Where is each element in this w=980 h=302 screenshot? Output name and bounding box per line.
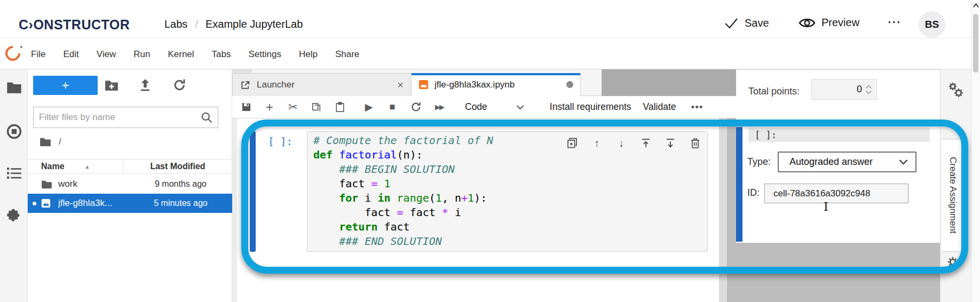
browser-scrollbar[interactable] <box>971 0 980 302</box>
cell-type-dropdown[interactable]: Code <box>465 101 524 113</box>
avatar[interactable]: BS <box>919 11 945 38</box>
insert-cell-icon[interactable]: + <box>263 101 276 114</box>
check-icon <box>724 17 739 29</box>
total-points-stepper[interactable]: 0 <box>811 79 877 100</box>
total-points-label: Total points: <box>748 86 800 97</box>
scrollbar-thumb[interactable] <box>973 14 978 73</box>
file-list-header: Name ▲ Last Modified <box>28 159 232 174</box>
filter-files-input[interactable] <box>39 112 201 123</box>
delete-cell-icon[interactable] <box>689 136 701 150</box>
menu-item-edit[interactable]: Edit <box>63 46 78 63</box>
id-label: ID: <box>747 187 760 198</box>
file-browser-panel: + / Name ▲ Last Modified work <box>28 69 232 302</box>
file-browser-icon[interactable] <box>6 81 22 97</box>
stepper-down-icon[interactable] <box>865 90 872 94</box>
tab-bar-empty-strip <box>602 69 738 96</box>
app-header: C›ONSTRUCTOR Labs / Example JupyterLab S… <box>0 0 971 38</box>
dock-tab-bar: Launcher × jfle-g8hla3kax.ipynb + <box>232 69 738 96</box>
upload-icon[interactable] <box>139 77 155 93</box>
insert-cell-below-icon[interactable] <box>664 136 677 150</box>
menu-item-help[interactable]: Help <box>299 46 318 63</box>
tab-launcher[interactable]: Launcher × <box>232 73 412 96</box>
install-requirements-button[interactable]: Install requirements <box>550 101 631 113</box>
notebook-icon <box>418 80 429 90</box>
kernel-spinner-dot <box>20 46 22 48</box>
file-list: work9 months agojfle-g8hla3k...5 minutes… <box>28 174 232 213</box>
save-button[interactable]: Save <box>724 17 769 29</box>
insert-cell-above-icon[interactable] <box>639 136 652 150</box>
tab-notebook-label: jfle-g8hla3kax.ipynb <box>434 80 515 90</box>
sort-ascending-icon[interactable]: ▲ <box>85 164 90 170</box>
preview-button[interactable]: Preview <box>799 17 859 29</box>
copy-cells-icon[interactable] <box>310 101 323 114</box>
selected-cell-indicator <box>736 127 742 242</box>
column-name[interactable]: Name <box>41 162 65 171</box>
active-cell-collapser[interactable] <box>250 131 256 252</box>
table-of-contents-icon[interactable] <box>6 166 22 182</box>
total-points-value: 0 <box>812 84 865 95</box>
menu-item-view[interactable]: View <box>97 46 116 63</box>
cell-id-input[interactable] <box>764 184 908 203</box>
cell-type-select[interactable]: Autograded answer <box>778 152 916 172</box>
cell-toolbar: ↑ ↓ <box>566 136 701 150</box>
close-icon[interactable]: × <box>397 79 404 91</box>
preview-label: Preview <box>821 17 859 29</box>
file-last-modified: 5 minutes ago <box>129 198 232 208</box>
duplicate-cell-icon[interactable] <box>566 136 579 150</box>
run-cell-icon[interactable]: ▶ <box>362 101 375 114</box>
cell-type-value: Code <box>465 101 487 113</box>
interrupt-kernel-icon[interactable]: ■ <box>386 101 399 114</box>
activity-bar <box>0 69 28 302</box>
refresh-icon[interactable] <box>173 77 189 93</box>
file-breadcrumb-path: / <box>59 137 61 147</box>
menu-item-share[interactable]: Share <box>335 46 359 63</box>
new-folder-icon[interactable] <box>105 77 121 93</box>
stepper-up-icon[interactable] <box>865 85 872 89</box>
restart-run-all-icon[interactable]: ▶▶ <box>433 101 446 114</box>
create-assignment-label: Create Assignment <box>947 157 958 234</box>
breadcrumb-section[interactable]: Labs <box>164 18 187 30</box>
panel-splitter-right[interactable] <box>719 118 727 302</box>
new-launcher-button[interactable]: + <box>33 76 98 95</box>
code-line: fact = 1 <box>313 177 493 191</box>
file-breadcrumb[interactable]: / <box>39 137 61 147</box>
tab-create-assignment[interactable]: Create Assignment <box>942 139 964 252</box>
move-cell-down-icon[interactable]: ↓ <box>615 136 628 150</box>
tab-notebook[interactable]: jfle-g8hla3kax.ipynb <box>412 73 581 96</box>
property-inspector-gear-icon[interactable] <box>946 255 960 269</box>
file-name: work <box>58 179 129 189</box>
running-kernels-icon[interactable] <box>6 124 22 139</box>
menu-item-settings[interactable]: Settings <box>249 46 281 63</box>
folder-icon <box>41 179 53 189</box>
paste-cells-icon[interactable] <box>334 101 346 114</box>
scroll-up-icon[interactable] <box>973 3 979 8</box>
cut-cells-icon[interactable]: ✂ <box>287 101 299 114</box>
unsaved-dot-icon[interactable] <box>566 81 573 88</box>
menu-item-kernel[interactable]: Kernel <box>168 46 194 63</box>
restart-kernel-icon[interactable] <box>409 101 422 114</box>
assignment-settings-gears-icon[interactable] <box>947 81 964 98</box>
chevron-down-icon <box>899 159 908 165</box>
search-icon <box>201 112 212 123</box>
page-title: Example JupyterLab <box>206 18 303 30</box>
save-label: Save <box>745 17 769 29</box>
code-line: for i in range(1, n+1): <box>313 191 493 205</box>
column-last-modified[interactable]: Last Modified <box>123 162 232 171</box>
toolbar-more-icon[interactable]: ••• <box>691 101 704 113</box>
extensions-puzzle-icon[interactable] <box>6 206 22 222</box>
code-lines: # Compute the factorial of Ndef factoria… <box>313 133 493 249</box>
file-row[interactable]: jfle-g8hla3k...5 minutes ago <box>28 194 232 213</box>
menu-item-file[interactable]: File <box>31 46 45 63</box>
notebook-icon <box>41 198 53 209</box>
move-cell-up-icon[interactable]: ↑ <box>590 136 603 150</box>
menu-item-tabs[interactable]: Tabs <box>212 46 231 63</box>
filter-files-box <box>33 107 218 128</box>
file-row[interactable]: work9 months ago <box>28 174 232 194</box>
save-notebook-icon[interactable] <box>240 101 252 114</box>
file-name: jfle-g8hla3k... <box>58 198 129 209</box>
panel-cell-prompt: [ ]: <box>748 128 930 142</box>
more-options-button[interactable]: ⋯ <box>887 14 902 30</box>
panel-splitter-left[interactable] <box>232 118 237 302</box>
menu-item-run[interactable]: Run <box>133 46 150 63</box>
validate-button[interactable]: Validate <box>643 101 676 113</box>
